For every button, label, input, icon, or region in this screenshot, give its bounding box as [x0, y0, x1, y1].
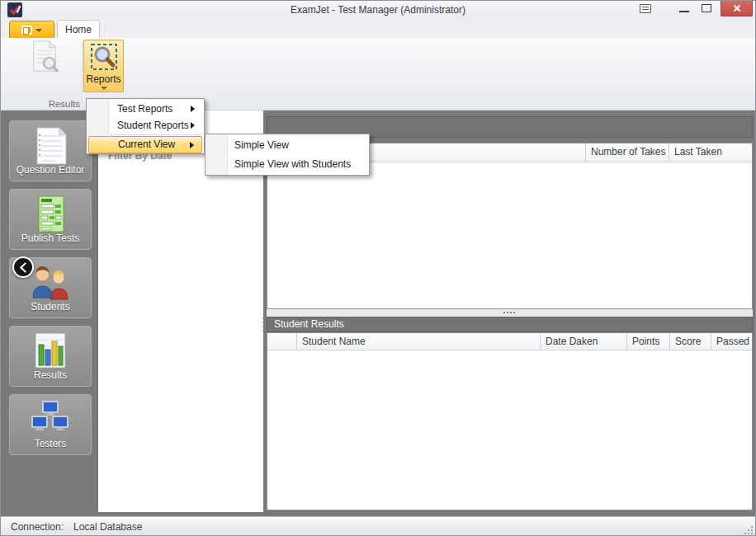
sidebar-item-label: Results — [10, 369, 91, 381]
reports-dropdown-menu: Test Reports Student Reports Current Vie… — [86, 98, 205, 154]
maximize-icon[interactable] — [702, 4, 711, 12]
sidebar-item-label: Question Editor — [10, 164, 91, 176]
menu-item-simple-view-with-students[interactable]: Simple View with Students — [207, 155, 367, 174]
statusbar: Connection: Local Database — [1, 516, 755, 536]
column-header-student-name[interactable]: Student Name — [297, 333, 541, 350]
minimize-icon[interactable] — [679, 11, 689, 12]
reports-search-icon — [90, 43, 118, 71]
current-view-submenu: Simple View Simple View with Students — [205, 134, 370, 176]
column-header-passed[interactable]: Passed — [711, 333, 752, 350]
menu-separator — [111, 134, 201, 135]
table-splitter[interactable] — [267, 309, 753, 317]
column-header-indicator[interactable] — [267, 333, 297, 350]
chevron-down-icon — [35, 29, 42, 32]
connection-value: Local Database — [73, 517, 142, 536]
sidebar-item-label: Testers — [10, 438, 91, 449]
testers-icon — [30, 400, 71, 438]
reports-label: Reports — [84, 73, 123, 85]
students-icon — [30, 263, 71, 301]
chevron-down-icon — [101, 87, 107, 90]
results-icon — [31, 331, 69, 371]
sidebar-item-label: Publish Tests — [10, 233, 91, 244]
close-icon[interactable] — [721, 1, 753, 16]
publish-tests-icon — [31, 195, 69, 234]
titlebar: ExamJet - Test Manager (Administrator) — [1, 1, 755, 19]
splitter-handle-icon — [503, 312, 517, 313]
view-details-button[interactable] — [9, 40, 80, 88]
submenu-arrow-icon — [191, 122, 195, 129]
collapse-sidebar-button[interactable] — [12, 256, 34, 278]
touch-keyboard-icon[interactable] — [640, 4, 651, 13]
column-header-last-taken[interactable]: Last Taken — [669, 143, 752, 162]
menu-item-student-reports[interactable]: Student Reports — [88, 117, 202, 134]
student-results-title: Student Results — [274, 318, 344, 330]
app-window: ExamJet - Test Manager (Administrator) H… — [0, 0, 756, 536]
ribbon-group-divider — [82, 42, 83, 105]
student-results-header-bar: Student Results — [267, 317, 753, 332]
ribbon-tab-strip — [1, 19, 755, 38]
resize-grip-icon[interactable] — [744, 526, 753, 534]
column-header-date-daken[interactable]: Date Daken — [541, 333, 627, 350]
column-header-score[interactable]: Score — [670, 333, 711, 350]
column-header-number-of-takes[interactable]: Number of Takes — [586, 143, 669, 162]
sidebar-item-testers[interactable]: Testers — [9, 394, 92, 455]
sidebar-item-publish-tests[interactable]: Publish Tests — [9, 189, 92, 250]
view-details-icon — [31, 40, 59, 72]
connection-label: Connection: — [11, 517, 64, 536]
sidebar-item-question-editor[interactable]: Question Editor — [9, 120, 92, 181]
app-menu-icon — [21, 26, 32, 35]
panel-splitter-handle[interactable] — [262, 317, 264, 334]
student-results-table: Student Name Date Daken Points Score Pas… — [267, 332, 753, 510]
ribbon-group-label: Results — [24, 99, 80, 109]
tab-home[interactable]: Home — [57, 20, 100, 38]
student-results-column-headers: Student Name Date Daken Points Score Pas… — [267, 333, 752, 350]
submenu-arrow-icon — [190, 142, 194, 148]
question-editor-icon — [31, 126, 69, 166]
reports-button[interactable]: Reports — [83, 40, 124, 92]
menu-item-current-view[interactable]: Current View — [88, 136, 202, 153]
column-header-points[interactable]: Points — [627, 333, 670, 350]
sidebar-item-results[interactable]: Results — [9, 326, 92, 387]
menu-item-test-reports[interactable]: Test Reports — [88, 101, 202, 117]
chevron-left-icon — [20, 262, 31, 273]
sidebar-item-label: Students — [10, 301, 91, 313]
submenu-arrow-icon — [191, 106, 195, 112]
application-menu-button[interactable] — [9, 21, 54, 40]
close-x-glyph — [733, 4, 741, 12]
menu-item-simple-view[interactable]: Simple View — [207, 136, 367, 155]
